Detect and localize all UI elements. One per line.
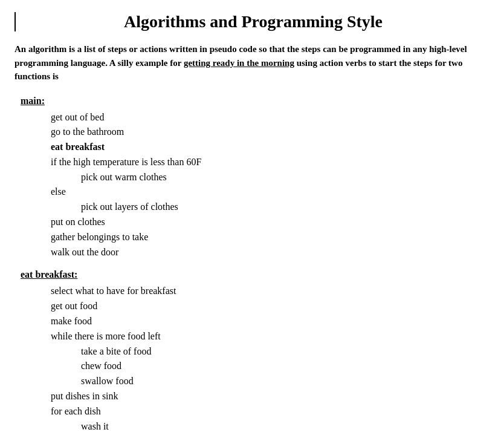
code-line-0-0: get out of bed (51, 110, 489, 125)
code-line-1-0: select what to have for breakfast (51, 284, 489, 299)
code-line-0-5: else (51, 185, 489, 200)
code-line-1-2: make food (51, 314, 489, 329)
code-line-1-7: put dishes in sink (51, 389, 489, 404)
code-line-0-4: pick out warm clothes (81, 170, 489, 185)
code-line-0-2: eat breakfast (51, 140, 489, 155)
code-line-1-6: swallow food (81, 374, 489, 389)
function-section-0: main:get out of bedgo to the bathroomeat… (21, 96, 489, 260)
code-line-0-6: pick out layers of clothes (81, 200, 489, 215)
code-line-1-5: chew food (81, 359, 489, 374)
code-line-1-9: wash it (81, 419, 489, 434)
function-section-1: eat breakfast:select what to have for br… (21, 269, 489, 434)
code-line-1-8: for each dish (51, 404, 489, 419)
code-line-0-9: walk out the door (51, 245, 489, 260)
code-line-1-1: get out food (51, 299, 489, 314)
code-line-0-7: put on clothes (51, 215, 489, 230)
code-block: main:get out of bedgo to the bathroomeat… (21, 96, 489, 434)
function-label-1: eat breakfast: (21, 269, 489, 280)
code-line-0-1: go to the bathroom (51, 125, 489, 140)
code-line-1-4: take a bite of food (81, 344, 489, 359)
function-label-0: main: (21, 96, 489, 106)
code-line-0-8: gather belongings to take (51, 230, 489, 245)
code-line-0-3: if the high temperature is less than 60F (51, 155, 489, 170)
code-line-1-3: while there is more food left (51, 329, 489, 344)
intro-paragraph: An algorithm is a list of steps or actio… (15, 42, 489, 83)
intro-link[interactable]: getting ready in the morning (184, 58, 294, 68)
page-title: Algorithms and Programming Style (15, 12, 489, 31)
